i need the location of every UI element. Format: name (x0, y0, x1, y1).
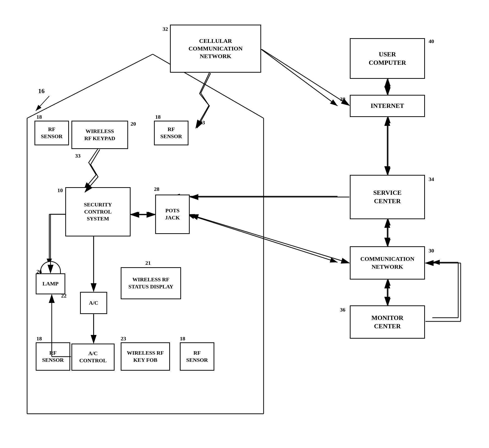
monitor-center-box: MONITORCENTER (350, 305, 425, 339)
label-34: 34 (429, 176, 434, 183)
ac-box: A/C (80, 292, 107, 314)
communication-network-box: COMMUNICATIONNETWORK (350, 246, 425, 280)
internet-box: INTERNET (350, 95, 425, 117)
diagram-container: 16 CELLULARCOMMUNICATIONNETWORK 32 33 US… (0, 0, 489, 448)
lamp-box: LAMP (36, 273, 65, 294)
label-32: 32 (163, 26, 168, 32)
label-10: 10 (57, 187, 63, 194)
wireless-rf-status-box: WIRELESS RFSTATUS DISPLAY (121, 267, 181, 299)
label-18-bl: 18 (36, 335, 42, 342)
label-23: 23 (121, 335, 126, 342)
svg-line-10 (261, 49, 337, 106)
svg-line-35 (190, 215, 349, 263)
label-33-keypad: 33 (75, 153, 81, 159)
label-33-cellular: 33 (200, 119, 205, 126)
label-18-tl: 18 (36, 114, 42, 120)
label-18-tr: 18 (155, 114, 161, 120)
user-computer-box: USERCOMPUTER (350, 38, 425, 79)
svg-line-41 (262, 49, 349, 105)
label-30: 30 (429, 248, 434, 254)
svg-line-18 (187, 214, 337, 262)
rf-sensor-top-left-box: RFSENSOR (34, 121, 69, 145)
security-control-box: SECURITYCONTROLSYSTEM (65, 187, 131, 236)
ac-control-box: A/CCONTROL (71, 344, 115, 371)
lamp-head-shape (40, 261, 61, 273)
cellular-network-box: CELLULARCOMMUNICATIONNETWORK (170, 25, 261, 73)
label-36: 36 (340, 307, 345, 313)
svg-line-4 (27, 54, 153, 118)
label-21: 21 (145, 260, 151, 266)
label-20: 20 (131, 121, 136, 127)
service-center-box: SERVICECENTER (350, 175, 425, 219)
label-38: 38 (340, 96, 345, 102)
pots-jack-box: POTSJACK (155, 195, 190, 234)
rf-sensor-bottom-right-box: RFSENSOR (180, 342, 214, 371)
label-40: 40 (429, 38, 434, 45)
rf-sensor-top-right-box: RFSENSOR (154, 121, 188, 145)
label-18-br: 18 (180, 335, 185, 342)
wireless-rf-keyfob-box: WIRELESS RFKEY FOB (121, 342, 170, 371)
house-label: 16 (38, 87, 45, 95)
svg-line-9 (36, 96, 49, 111)
rf-sensor-bottom-left-box: RFSENSOR (36, 342, 70, 371)
label-26: 26 (36, 268, 42, 275)
label-22: 22 (61, 293, 67, 299)
label-28: 28 (154, 186, 159, 192)
wireless-rf-keypad-box: WIRELESSRF KEYPAD (71, 121, 128, 149)
